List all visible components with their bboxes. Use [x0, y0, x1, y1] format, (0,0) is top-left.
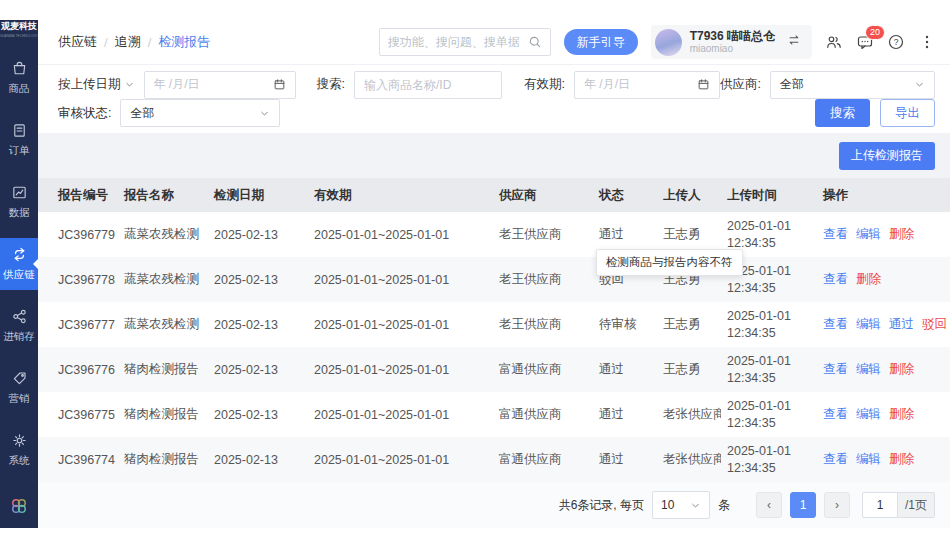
sidebar-item-supply-chain[interactable]: 供应链 — [0, 238, 38, 290]
col-status: 状态 — [593, 178, 657, 212]
content-area: 上传检测报告 报告编号 报告名称 检测日期 有效期 供应商 状态 — [38, 133, 950, 528]
action-view-link[interactable]: 查看 — [823, 227, 848, 241]
sidebar: 观麦科技 GUANMAI TECHNOLOGY 商品 订单 数据 — [0, 20, 38, 528]
upload-date-input[interactable]: 年 /月/日 — [144, 71, 296, 99]
col-actions: 操作 — [817, 178, 950, 212]
people-icon — [825, 33, 843, 51]
action-edit-link[interactable]: 编辑 — [856, 317, 881, 331]
status-cell: 通过 — [593, 347, 657, 392]
sidebar-item-system[interactable]: 系统 — [0, 424, 38, 476]
validity-cell: 2025-01-01~2025-01-01 — [308, 302, 493, 347]
breadcrumb-inspection-report: 检测报告 — [158, 33, 210, 51]
switch-warehouse-icon[interactable] — [787, 33, 801, 51]
action-reject-link[interactable]: 驳回 — [922, 317, 947, 331]
more-menu-button[interactable] — [918, 33, 936, 51]
export-button[interactable]: 导出 — [880, 99, 935, 127]
action-view-link[interactable]: 查看 — [823, 452, 848, 466]
contacts-button[interactable] — [825, 33, 843, 51]
action-view-link[interactable]: 查看 — [823, 407, 848, 421]
date-type-dropdown[interactable]: 按上传日期 — [58, 76, 135, 93]
user-menu[interactable]: T7936 喵喵总仓 miaomiao — [651, 25, 812, 59]
report-name-cell: 猪肉检测报告 — [118, 437, 208, 482]
topbar: 供应链 / 追溯 / 检测报告 新手引导 T7936 喵喵总仓 — [38, 20, 950, 64]
table-row[interactable]: JC396777 蔬菜农残检测 2025-02-13 2025-01-01~20… — [38, 302, 950, 347]
table-row[interactable]: JC396778 蔬菜农残检测 2025-02-13 2025-01-01~20… — [38, 257, 950, 302]
col-supplier: 供应商 — [493, 178, 593, 212]
sidebar-item-inventory[interactable]: 进销存 — [0, 300, 38, 352]
sidebar-item-label: 数据 — [9, 206, 30, 220]
brand-logo[interactable]: 观麦科技 GUANMAI TECHNOLOGY — [0, 20, 38, 38]
sidebar-item-data[interactable]: 数据 — [0, 176, 38, 228]
total-pages-label: /1页 — [898, 492, 935, 518]
supplier-select[interactable]: 全部 — [770, 71, 935, 99]
audit-status-label: 审核状态: — [58, 105, 111, 122]
report-name-cell: 猪肉检测报告 — [118, 392, 208, 437]
chevron-down-icon — [690, 500, 701, 511]
table-row[interactable]: JC396776 猪肉检测报告 2025-02-13 2025-01-01~20… — [38, 347, 950, 392]
search-icon[interactable] — [528, 35, 542, 49]
action-edit-link[interactable]: 编辑 — [856, 452, 881, 466]
global-search-input[interactable] — [388, 35, 522, 49]
table-row[interactable]: JC396774 猪肉检测报告 2025-02-13 2025-01-01~20… — [38, 437, 950, 482]
action-view-link[interactable]: 查看 — [823, 272, 848, 286]
action-delete-link[interactable]: 删除 — [889, 362, 914, 376]
validity-date-input[interactable]: 年 /月/日 — [574, 71, 720, 99]
supplier-select-value: 全部 — [780, 76, 804, 93]
sidebar-item-orders[interactable]: 订单 — [0, 114, 38, 166]
validity-label: 有效期: — [524, 76, 565, 93]
page-jump-input[interactable] — [862, 492, 898, 518]
sidebar-item-goods[interactable]: 商品 — [0, 52, 38, 104]
action-delete-link[interactable]: 删除 — [856, 272, 881, 286]
table-row[interactable]: JC396779 蔬菜农残检测 2025-02-13 2025-01-01~20… — [38, 212, 950, 257]
page-1-button[interactable]: 1 — [790, 492, 816, 518]
audit-status-value: 全部 — [130, 105, 154, 122]
prev-page-button[interactable]: ‹ — [756, 492, 782, 518]
page-size-select[interactable]: 10 — [652, 491, 710, 519]
col-report-id: 报告编号 — [38, 178, 118, 212]
supplier-cell: 富通供应商 — [493, 392, 593, 437]
report-id-cell: JC396774 — [38, 437, 118, 482]
action-view-link[interactable]: 查看 — [823, 317, 848, 331]
upload-date-placeholder: 年 /月/日 — [154, 76, 200, 93]
action-delete-link[interactable]: 删除 — [889, 452, 914, 466]
table-row[interactable]: JC396775 猪肉检测报告 2025-02-13 2025-01-01~20… — [38, 392, 950, 437]
test-date-cell: 2025-02-13 — [208, 212, 308, 257]
beginner-guide-button[interactable]: 新手引导 — [564, 29, 638, 55]
action-view-link[interactable]: 查看 — [823, 362, 848, 376]
breadcrumb-supply-chain[interactable]: 供应链 — [58, 33, 97, 51]
next-page-button[interactable]: › — [824, 492, 850, 518]
action-edit-link[interactable]: 编辑 — [856, 407, 881, 421]
search-button[interactable]: 搜索 — [815, 99, 870, 127]
breadcrumb-trace[interactable]: 追溯 — [115, 33, 141, 51]
uploader-cell: 老张供应商 — [657, 392, 721, 437]
col-test-date: 检测日期 — [208, 178, 308, 212]
sidebar-item-label: 订单 — [9, 144, 30, 158]
action-edit-link[interactable]: 编辑 — [856, 227, 881, 241]
audit-status-select[interactable]: 全部 — [120, 99, 280, 127]
supplier-cell: 富通供应商 — [493, 347, 593, 392]
messages-button[interactable]: 20 — [856, 33, 874, 51]
product-search-input[interactable] — [354, 71, 502, 99]
breadcrumb-separator: / — [148, 35, 152, 50]
help-button[interactable]: ? — [887, 33, 905, 51]
report-id-cell: JC396775 — [38, 392, 118, 437]
inventory-icon — [11, 308, 28, 327]
test-date-cell: 2025-02-13 — [208, 392, 308, 437]
action-delete-link[interactable]: 删除 — [889, 227, 914, 241]
sidebar-item-marketing[interactable]: 营销 — [0, 362, 38, 414]
app-grid-button[interactable] — [0, 486, 38, 544]
action-delete-link[interactable]: 删除 — [889, 407, 914, 421]
col-uploader: 上传人 — [657, 178, 721, 212]
pagination: 共6条记录, 每页 10 条 ‹ 1 › /1页 — [38, 482, 950, 528]
page-size-value: 10 — [661, 498, 674, 512]
svg-text:?: ? — [894, 37, 899, 47]
report-name-cell: 蔬菜农残检测 — [118, 257, 208, 302]
brand-logo-subtext: GUANMAI TECHNOLOGY — [0, 34, 38, 38]
user-name: T7936 喵喵总仓 — [690, 29, 775, 43]
uploader-cell: 王志勇 — [657, 302, 721, 347]
supplier-label: 供应商: — [720, 76, 761, 93]
upload-report-button[interactable]: 上传检测报告 — [839, 142, 935, 170]
validity-cell: 2025-01-01~2025-01-01 — [308, 212, 493, 257]
action-edit-link[interactable]: 编辑 — [856, 362, 881, 376]
action-approve-link[interactable]: 通过 — [889, 317, 914, 331]
